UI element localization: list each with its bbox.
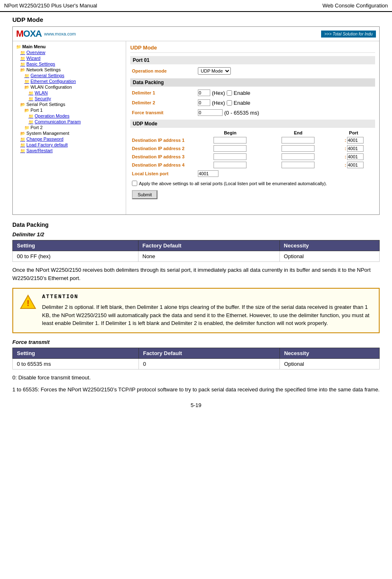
ft-col-factory-default: Factory Default bbox=[138, 348, 279, 358]
moxa-url: www.moxa.com bbox=[44, 31, 76, 36]
local-listen-label: Local Listen port bbox=[132, 171, 198, 176]
col-port: Port bbox=[332, 129, 375, 136]
submit-button[interactable]: Submit bbox=[132, 190, 157, 199]
delimiter1-row: Delimiter 1 (Hex) Enable bbox=[130, 88, 375, 97]
moxa-m: M bbox=[16, 28, 23, 39]
dest-ip3-label: Destination IP address 3 bbox=[130, 153, 196, 161]
dest-ip4-port[interactable] bbox=[347, 162, 364, 168]
dest-ip2-port[interactable] bbox=[347, 145, 364, 152]
sidebar-port2[interactable]: 📁 Port 2 bbox=[14, 125, 124, 130]
sidebar-ethernet-config[interactable]: 📁 Ethernet Configuration bbox=[14, 78, 124, 84]
operation-mode-label: Operation mode bbox=[132, 68, 198, 73]
delimiter2-input[interactable] bbox=[198, 99, 210, 106]
delimiter1-label: Delimiter 1 bbox=[132, 90, 198, 95]
folder-icon: 📁 bbox=[20, 137, 25, 141]
delimiter2-row: Delimiter 2 (Hex) Enable bbox=[130, 98, 375, 107]
force-transmit-row: Force transmit (0 - 65535 ms) bbox=[130, 108, 375, 117]
dest-ip4-row: Destination IP address 4 : bbox=[130, 161, 375, 169]
sidebar-load-factory-default[interactable]: 📁 Load Factory default bbox=[14, 142, 124, 148]
force-transmit-row: 0 to 65535 ms 0 Optional bbox=[13, 358, 380, 369]
dest-ip2-label: Destination IP address 2 bbox=[130, 144, 196, 153]
ft-setting: 0 to 65535 ms bbox=[13, 358, 139, 369]
dest-ip3-port[interactable] bbox=[347, 153, 364, 160]
sidebar-change-password[interactable]: 📁 Change Password bbox=[14, 136, 124, 142]
ip-table: Begin End Port Destination IP address 1 … bbox=[130, 129, 375, 169]
folder-icon: 📂 bbox=[20, 102, 25, 107]
col-begin: Begin bbox=[196, 129, 264, 136]
operation-mode-control: UDP Mode bbox=[198, 67, 231, 75]
dest-ip4-begin[interactable] bbox=[214, 162, 246, 168]
apply-all-checkbox-row: Apply the above settings to all serial p… bbox=[130, 179, 375, 188]
dest-ip3-end[interactable] bbox=[282, 153, 315, 160]
dest-ip4-label: Destination IP address 4 bbox=[130, 161, 196, 169]
sidebar-security[interactable]: 📁 Security bbox=[14, 96, 124, 101]
delimiter1-unit: (Hex) bbox=[212, 90, 225, 96]
dest-ip4-end[interactable] bbox=[282, 162, 315, 168]
moxa-header-bar: MOXA www.moxa.com >>> Total Solution for… bbox=[13, 27, 379, 41]
sidebar-system-mgmt[interactable]: 📂 System Management bbox=[14, 130, 124, 136]
operation-mode-select[interactable]: UDP Mode bbox=[198, 67, 231, 75]
folder-icon: 📁 bbox=[24, 73, 29, 78]
section-heading: UDP Mode bbox=[12, 16, 380, 23]
dest-ip3-begin[interactable] bbox=[214, 153, 246, 160]
local-listen-input[interactable] bbox=[198, 170, 218, 177]
folder-icon: 📂 bbox=[24, 108, 29, 113]
svg-text:!: ! bbox=[27, 299, 30, 308]
delimiter-table: Setting Factory Default Necessity 00 to … bbox=[12, 240, 380, 262]
screenshot-box: MOXA www.moxa.com >>> Total Solution for… bbox=[12, 26, 380, 215]
attention-content: ATTENTION Delimiter 2 is optional. If le… bbox=[42, 294, 372, 327]
port-section: Port 01 bbox=[130, 56, 375, 64]
local-listen-row: Local Listen port bbox=[130, 169, 375, 178]
dest-ip2-row: Destination IP address 2 : bbox=[130, 144, 375, 153]
delimiter2-checkbox[interactable] bbox=[227, 100, 232, 106]
sidebar-overview[interactable]: 📁 Overview bbox=[14, 49, 124, 55]
sidebar-basic-settings[interactable]: 📁 Basic Settings bbox=[14, 61, 124, 67]
sidebar-wizard[interactable]: 📁 Wizard bbox=[14, 55, 124, 61]
ft-note2: 1 to 65535: Forces the NPort W2250/2150’… bbox=[12, 386, 380, 394]
delimiter1-input[interactable] bbox=[198, 89, 210, 96]
operation-mode-row: Operation mode UDP Mode bbox=[130, 66, 375, 76]
apply-all-label: Apply the above settings to all serial p… bbox=[139, 181, 327, 186]
header-left: NPort W2250/2150 Plus User's Manual bbox=[4, 2, 97, 9]
main-panel: UDP Mode Port 01 Operation mode UDP Mode… bbox=[126, 41, 379, 214]
folder-icon: 📁 bbox=[28, 96, 33, 101]
sidebar-wlan-config[interactable]: 📂 WLAN Configuration bbox=[14, 84, 124, 90]
sidebar-serial-port-settings[interactable]: 📂 Serial Port Settings bbox=[14, 101, 124, 107]
dest-ip3-row: Destination IP address 3 : bbox=[130, 153, 375, 161]
delimiter-description: Once the NPort W2250/2150 receives both … bbox=[12, 266, 380, 282]
col-end: End bbox=[264, 129, 332, 136]
delimiter1-checkbox[interactable] bbox=[227, 90, 232, 96]
delimiter-table-row: 00 to FF (hex) None Optional bbox=[13, 251, 380, 262]
sidebar-general-settings[interactable]: 📁 General Settings bbox=[14, 73, 124, 78]
moxa-logo-text: MOXA bbox=[16, 28, 42, 39]
delimiter1-control: (Hex) Enable bbox=[198, 89, 250, 96]
folder-icon: 📁 bbox=[20, 50, 25, 55]
sidebar-network-settings[interactable]: 📂 Network Settings bbox=[14, 67, 124, 73]
sidebar-wlan[interactable]: 📁 WLAN bbox=[14, 90, 124, 96]
ft-necessity: Optional bbox=[280, 358, 380, 369]
page-number: 5-19 bbox=[12, 402, 380, 408]
attention-title: ATTENTION bbox=[42, 294, 372, 300]
dest-ip2-begin[interactable] bbox=[214, 145, 246, 152]
apply-all-checkbox[interactable] bbox=[132, 181, 137, 186]
dest-ip1-end[interactable] bbox=[282, 137, 315, 144]
force-transmit-control: (0 - 65535 ms) bbox=[198, 109, 259, 116]
sidebar-port1[interactable]: 📂 Port 1 bbox=[14, 107, 124, 113]
dest-ip1-begin[interactable] bbox=[214, 137, 246, 144]
force-transmit-input[interactable] bbox=[198, 109, 223, 116]
dest-ip1-port[interactable] bbox=[347, 137, 364, 144]
console-body: 📁 Main Menu 📁 Overview 📁 Wizard 📁 Basic … bbox=[13, 41, 379, 214]
sidebar-save-restart[interactable]: 📁 Save/Restart bbox=[14, 148, 124, 153]
sidebar-main-menu: 📁 Main Menu bbox=[14, 44, 124, 49]
dest-ip2-end[interactable] bbox=[282, 145, 315, 152]
folder-icon: 📁 bbox=[28, 91, 33, 95]
force-transmit-section: Force transmit Setting Factory Default N… bbox=[12, 339, 380, 394]
delimiter-default: None bbox=[138, 251, 279, 262]
sidebar-operation-modes[interactable]: 📁 Operation Modes bbox=[14, 113, 124, 119]
sidebar: 📁 Main Menu 📁 Overview 📁 Wizard 📁 Basic … bbox=[13, 41, 126, 214]
sidebar-comm-param[interactable]: 📁 Communication Param bbox=[14, 119, 124, 125]
dest-ip1-row: Destination IP address 1 : bbox=[130, 136, 375, 144]
folder-icon: 📁 bbox=[28, 114, 33, 118]
folder-icon: 📁 bbox=[20, 56, 25, 61]
ft-col-setting: Setting bbox=[13, 348, 139, 358]
